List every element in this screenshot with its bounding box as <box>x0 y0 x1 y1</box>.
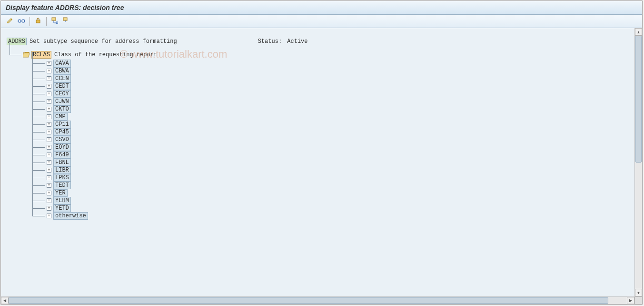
expand-node-icon[interactable]: + <box>47 206 51 211</box>
vertical-scrollbar[interactable]: ▲ ▼ <box>634 28 642 296</box>
tree-node-label[interactable]: CKTO <box>53 105 71 113</box>
tree-connector <box>32 113 47 121</box>
tree-node: +CBWA <box>32 67 629 75</box>
horizontal-scrollbar[interactable]: ◀ ▶ <box>1 296 634 304</box>
svg-point-1 <box>22 20 25 22</box>
tree-connector <box>32 197 47 204</box>
tree-connector <box>32 166 47 174</box>
tree-node-label[interactable]: F649 <box>53 151 71 159</box>
tree-node-label[interactable]: CEOY <box>53 90 71 98</box>
tree-connector <box>32 174 47 182</box>
expand-node-icon[interactable]: + <box>47 153 51 157</box>
tree-node-label[interactable]: CP11 <box>53 121 71 128</box>
tree-node-label[interactable]: CCEN <box>53 75 71 82</box>
hscroll-thumb[interactable] <box>9 297 608 304</box>
glasses-icon <box>18 17 25 25</box>
expand-node-icon[interactable]: + <box>47 130 51 134</box>
expand-node-icon[interactable]: + <box>47 76 51 81</box>
page-title: Display feature ADDRS: decision tree <box>6 4 124 11</box>
tree-connector <box>32 212 47 220</box>
tree-node-label[interactable]: YERM <box>53 197 71 204</box>
tree-root: ADDRS Set subtype sequence for address f… <box>7 38 629 45</box>
folder-open-icon[interactable] <box>23 52 30 58</box>
tree-node: +FBNL <box>32 159 629 166</box>
toolbar-expand-button[interactable] <box>50 16 60 27</box>
rclas-code[interactable]: RCLAS <box>31 51 51 59</box>
expand-node-icon[interactable]: + <box>47 198 51 203</box>
tree-node-label[interactable]: CBWA <box>53 67 71 75</box>
tree-collapse-icon <box>63 17 69 25</box>
rclas-subtree: +CAVA+CBWA+CCEN+CEDT+CEOY+CJWN+CKTO+CMP+… <box>32 60 629 220</box>
tree-node: +otherwise <box>32 212 629 220</box>
tree-node-label[interactable]: otherwise <box>53 212 88 220</box>
vscroll-thumb[interactable] <box>635 36 642 163</box>
expand-node-icon[interactable]: + <box>47 191 51 195</box>
toolbar-check-button[interactable] <box>16 16 27 27</box>
tree-node-label[interactable]: CEDT <box>53 82 71 90</box>
scrollbar-corner <box>634 296 642 304</box>
toolbar-edit-button[interactable] <box>5 16 15 27</box>
expand-node-icon[interactable]: + <box>47 214 51 218</box>
tree-node-label[interactable]: CAVA <box>53 60 71 67</box>
expand-node-icon[interactable]: + <box>47 69 51 73</box>
scroll-up-button[interactable]: ▲ <box>635 28 642 36</box>
tree-rclas-row: RCLAS Class of the requesting report <box>7 51 629 59</box>
tree-node: +CMP <box>32 113 629 121</box>
tree-node: +TEDT <box>32 182 629 189</box>
svg-rect-5 <box>63 18 67 20</box>
tree-node-label[interactable]: LPKS <box>53 174 71 182</box>
tree-node: +CAVA <box>32 60 629 67</box>
tree-connector <box>32 90 47 98</box>
svg-rect-3 <box>52 18 56 20</box>
status-label: Status: Active <box>258 38 308 45</box>
tree-node-label[interactable]: TEDT <box>53 182 71 189</box>
expand-node-icon[interactable]: + <box>47 175 51 180</box>
toolbar-separator <box>46 17 47 26</box>
tree-node-label[interactable]: YER <box>53 189 68 197</box>
expand-node-icon[interactable]: + <box>47 145 51 150</box>
expand-node-icon[interactable]: + <box>47 122 51 127</box>
toolbar-display-object-button[interactable] <box>33 16 43 27</box>
vscroll-track[interactable] <box>635 36 642 289</box>
tree-connector <box>32 128 47 136</box>
toolbar-collapse-button[interactable] <box>61 16 71 27</box>
tree-connector <box>32 82 47 90</box>
expand-node-icon[interactable]: + <box>47 107 51 112</box>
expand-node-icon[interactable]: + <box>47 168 51 173</box>
scroll-right-button[interactable]: ▶ <box>627 297 634 304</box>
tree-node: +F649 <box>32 151 629 159</box>
svg-rect-4 <box>56 22 58 24</box>
tree-node-label[interactable]: CP45 <box>53 128 71 136</box>
tree-connector <box>32 159 47 166</box>
svg-point-0 <box>18 20 21 22</box>
tree-node: +CEDT <box>32 82 629 90</box>
tree-node-label[interactable]: LIBR <box>53 166 71 174</box>
tree-connector <box>32 75 47 82</box>
expand-node-icon[interactable]: + <box>47 183 51 188</box>
tree-node-label[interactable]: YETD <box>53 204 71 212</box>
tree-node: +CJWN <box>32 98 629 105</box>
feature-description: Set subtype sequence for address formatt… <box>30 38 177 45</box>
tree-node-label[interactable]: FBNL <box>53 159 71 166</box>
tree-node-label[interactable]: CSVD <box>53 136 71 143</box>
expand-node-icon[interactable]: + <box>47 99 51 104</box>
tree-connector <box>32 98 47 105</box>
scroll-down-button[interactable]: ▼ <box>635 289 642 296</box>
expand-node-icon[interactable]: + <box>47 92 51 96</box>
tree-connector <box>32 136 47 143</box>
expand-node-icon[interactable]: + <box>47 137 51 142</box>
hscroll-track[interactable] <box>9 297 627 304</box>
tree-node-label[interactable]: CMP <box>53 113 68 121</box>
tree-connector <box>32 151 47 159</box>
expand-node-icon[interactable]: + <box>47 160 51 165</box>
toolbar <box>1 15 642 28</box>
tree-connector <box>32 204 47 212</box>
expand-node-icon[interactable]: + <box>47 61 51 66</box>
tree-node-label[interactable]: CJWN <box>53 98 71 105</box>
tree-node-label[interactable]: EOYD <box>53 143 71 151</box>
expand-node-icon[interactable]: + <box>47 84 51 89</box>
scroll-left-button[interactable]: ◀ <box>1 297 9 304</box>
expand-node-icon[interactable]: + <box>47 114 51 119</box>
tree-connector <box>32 143 47 151</box>
tree-node: +CKTO <box>32 105 629 113</box>
